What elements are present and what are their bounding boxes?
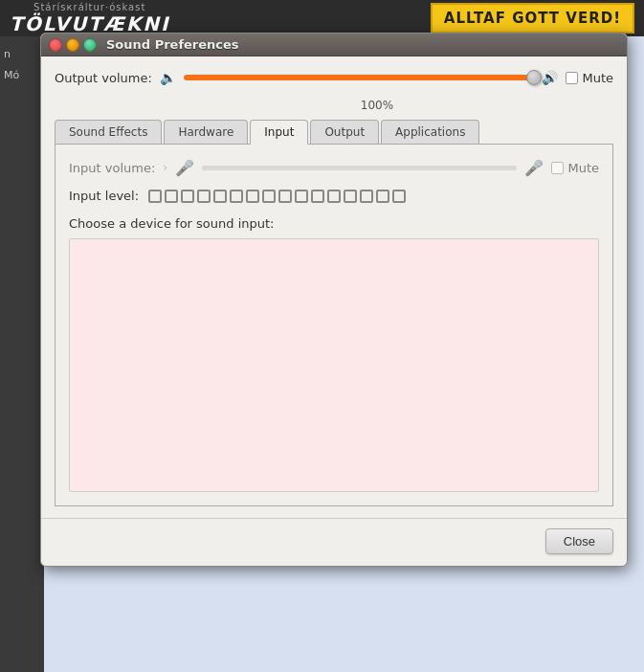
close-window-button[interactable] [49,38,62,52]
level-bar-4 [197,190,211,203]
input-arrow-icon: › [163,161,167,174]
close-button[interactable]: Close [545,528,613,554]
minimize-window-button[interactable] [66,38,79,52]
dialog-titlebar: Sound Preferences [41,34,627,56]
slider-thumb[interactable] [526,70,542,85]
mic-icon-high: 🎤 [524,159,544,177]
maximize-window-button[interactable] [83,38,97,52]
tabs-container: Sound Effects Hardware Input Output Appl… [55,120,613,145]
input-mute-checkbox[interactable] [551,162,564,174]
mute-checkbox[interactable] [566,72,578,84]
level-bar-5 [213,190,227,203]
titlebar-buttons [49,38,97,52]
tab-panel-input: Input volume: › 🎤 🎤 Mute Input level: [55,145,613,506]
level-bars [148,190,406,203]
input-mute-label: Mute [567,161,599,175]
slider-fill [184,75,535,80]
level-bar-2 [165,190,178,203]
sound-preferences-dialog: Sound Preferences Output volume: 🔈 🔊 Mut… [40,33,628,567]
tab-sound-effects[interactable]: Sound Effects [55,120,162,144]
dialog-title: Sound Preferences [106,37,239,52]
background-topbar: Stárísкráltur·óskast TÖLVUTÆKNI ALLTAF G… [0,0,644,36]
input-slider-track [202,166,517,170]
level-bar-7 [246,190,259,203]
bg-banner: ALLTAF GOTT VERD! [431,3,634,34]
level-bar-16 [392,190,406,203]
level-bar-10 [295,190,308,203]
bg-subtitle: Stárísкráltur·óskast [33,2,145,12]
level-bar-8 [262,190,276,203]
mute-label: Mute [582,71,613,85]
input-volume-row: Input volume: › 🎤 🎤 Mute [69,158,599,177]
input-level-label: Input level: [69,189,139,203]
bg-logo: TÖLVUTÆKNI [10,12,169,35]
volume-high-icon: 🔊 [542,70,558,85]
level-bar-15 [376,190,389,203]
tab-hardware[interactable]: Hardware [164,120,248,144]
output-volume-row: Output volume: 🔈 🔊 Mute [55,68,613,87]
output-volume-slider[interactable] [184,68,535,87]
device-list[interactable] [69,238,599,492]
choose-device-label: Choose a device for sound input: [69,216,599,231]
volume-percent: 100% [141,99,613,112]
level-bar-13 [344,190,357,203]
level-bar-11 [311,190,324,203]
output-volume-label: Output volume: [55,71,152,85]
level-bar-12 [327,190,341,203]
level-bar-3 [181,190,194,203]
input-mute-check: Mute [551,161,599,175]
input-level-row: Input level: [69,189,599,203]
tab-applications[interactable]: Applications [381,120,479,144]
level-bar-14 [360,190,373,203]
tab-output[interactable]: Output [310,120,379,144]
bg-sidebar: n Mó [0,36,44,672]
level-bar-9 [278,190,292,203]
dialog-content: Output volume: 🔈 🔊 Mute 100% Sound Effec… [41,56,627,518]
mute-check-container: Mute [566,71,613,85]
input-volume-slider[interactable] [202,158,517,177]
input-volume-label: Input volume: [69,161,155,175]
slider-track [184,75,535,80]
tab-input[interactable]: Input [250,120,308,145]
level-bar-6 [230,190,243,203]
volume-low-icon: 🔈 [160,70,176,85]
bg-sidebar-nav: n Mó [0,36,44,94]
dialog-bottom-bar: Close [41,518,627,566]
mic-icon-low: 🎤 [175,159,194,177]
level-bar-1 [148,190,162,203]
